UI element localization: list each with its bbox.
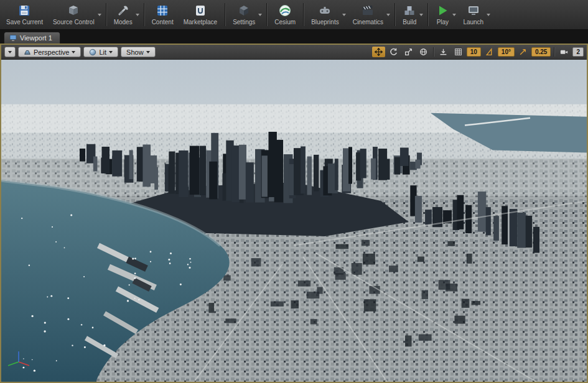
viewport-scene[interactable] <box>1 60 587 382</box>
chevron-down-icon <box>419 14 423 16</box>
lit-sphere-icon <box>89 48 96 56</box>
camera-speed-value[interactable]: 2 <box>572 47 584 57</box>
show-label: Show <box>126 48 144 56</box>
modes-icon <box>116 4 130 17</box>
surface-snap-button[interactable] <box>437 47 450 57</box>
rotation-snap-button[interactable] <box>483 47 496 57</box>
toolbar-button-modes[interactable]: Modes <box>109 0 141 29</box>
toolbar-label: Play <box>437 19 449 25</box>
rotate-tool-button[interactable] <box>387 47 400 57</box>
move-tool-button[interactable] <box>372 47 385 57</box>
toolbar-label: Modes <box>114 19 133 25</box>
toolbar-separator <box>394 3 395 26</box>
chevron-down-icon <box>72 51 75 53</box>
toolbar-button-settings[interactable]: Settings <box>228 0 264 29</box>
toolbar-separator <box>225 3 225 26</box>
chevron-down-icon <box>342 14 346 16</box>
toolbar-label: Marketplace <box>184 19 217 25</box>
viewport-tools: 10 10° 0.25 2 <box>372 47 584 57</box>
scale-snap-button[interactable] <box>516 47 530 57</box>
toolbar-button-cinematics[interactable]: Cinematics <box>348 0 392 29</box>
toolbar-button-launch[interactable]: Launch <box>458 0 492 29</box>
camera-speed-button[interactable] <box>558 47 571 57</box>
scale-snap-value[interactable]: 0.25 <box>531 47 551 57</box>
viewport-toolbar: Perspective Lit Show <box>1 45 587 60</box>
launch-icon <box>467 4 480 17</box>
toolbar-separator <box>144 3 144 26</box>
viewport-tab-label: Viewport 1 <box>20 34 52 42</box>
viewport-tab-icon <box>9 34 17 42</box>
toolbar-separator <box>266 3 267 26</box>
scale-snap-icon <box>519 48 527 56</box>
content-browser-icon <box>156 4 169 17</box>
source-control-icon <box>67 4 80 17</box>
chevron-down-icon <box>386 14 390 16</box>
toolbar-button-content[interactable]: Content <box>147 0 179 29</box>
viewport-scene-container <box>1 60 587 382</box>
perspective-icon <box>24 48 31 56</box>
toolbar-button-cesium[interactable]: Cesium <box>269 0 301 29</box>
toolbar-label: Blueprints <box>311 19 338 25</box>
toolbar-button-source-control[interactable]: Source Control <box>48 0 103 29</box>
toolbar-button-play[interactable]: Play <box>431 0 458 29</box>
lit-label: Lit <box>99 48 106 56</box>
perspective-label: Perspective <box>34 48 69 56</box>
settings-icon <box>237 4 251 17</box>
viewport-options-button[interactable] <box>4 47 16 57</box>
globe-icon <box>419 48 427 56</box>
viewport-toolbar-separator <box>554 47 554 57</box>
chevron-down-icon <box>136 14 139 16</box>
lit-mode-button[interactable]: Lit <box>83 47 118 57</box>
build-icon <box>403 4 416 17</box>
toolbar-button-blueprints[interactable]: Blueprints <box>306 0 347 29</box>
scale-tool-icon <box>404 48 413 56</box>
rotation-snap-value[interactable]: 10° <box>498 47 515 57</box>
toolbar-label: Cesium <box>274 19 296 25</box>
toolbar-button-save-current[interactable]: Save Current <box>1 0 48 29</box>
chevron-down-icon <box>487 14 490 16</box>
cesium-icon <box>278 4 292 17</box>
chevron-down-icon <box>8 51 12 53</box>
camera-icon <box>560 48 568 56</box>
blueprints-icon <box>318 4 332 17</box>
toolbar-label: Build <box>403 19 416 25</box>
tab-viewport-1[interactable]: Viewport 1 <box>4 32 60 44</box>
toolbar-label: Launch <box>463 19 483 25</box>
toolbar-separator <box>303 3 304 26</box>
world-coordinate-button[interactable] <box>417 47 430 57</box>
surface-snap-icon <box>439 48 447 56</box>
show-flags-button[interactable]: Show <box>121 47 156 57</box>
rotation-snap-icon <box>485 48 493 56</box>
viewport-toolbar-separator <box>433 47 434 57</box>
toolbar-label: Source Control <box>53 19 95 25</box>
toolbar-separator <box>427 3 428 26</box>
viewport-panel: Perspective Lit Show <box>0 44 588 383</box>
grid-snap-button[interactable] <box>452 47 465 57</box>
move-tool-icon <box>375 48 383 56</box>
grid-snap-value[interactable]: 10 <box>467 47 481 57</box>
toolbar-label: Cinematics <box>353 19 383 25</box>
main-toolbar: Save Current Source Control Modes Cont <box>0 0 588 30</box>
chevron-down-icon <box>146 51 150 53</box>
chevron-down-icon <box>109 51 113 53</box>
toolbar-label: Settings <box>233 19 255 25</box>
grid-snap-icon <box>454 48 462 56</box>
toolbar-separator <box>106 3 106 26</box>
chevron-down-icon <box>452 14 456 16</box>
marketplace-icon <box>194 4 207 17</box>
perspective-button[interactable]: Perspective <box>18 47 81 57</box>
chevron-down-icon <box>98 14 101 16</box>
toolbar-button-build[interactable]: Build <box>398 0 425 29</box>
chevron-down-icon <box>258 14 262 16</box>
toolbar-label: Save Current <box>6 19 43 25</box>
play-icon <box>436 4 449 17</box>
rotate-tool-icon <box>390 48 398 56</box>
save-icon <box>17 4 31 17</box>
toolbar-button-marketplace[interactable]: Marketplace <box>179 0 222 29</box>
viewport-tab-bar: Viewport 1 <box>0 30 588 44</box>
cinematics-icon <box>361 4 375 17</box>
scale-tool-button[interactable] <box>402 47 415 57</box>
toolbar-label: Content <box>152 19 174 25</box>
